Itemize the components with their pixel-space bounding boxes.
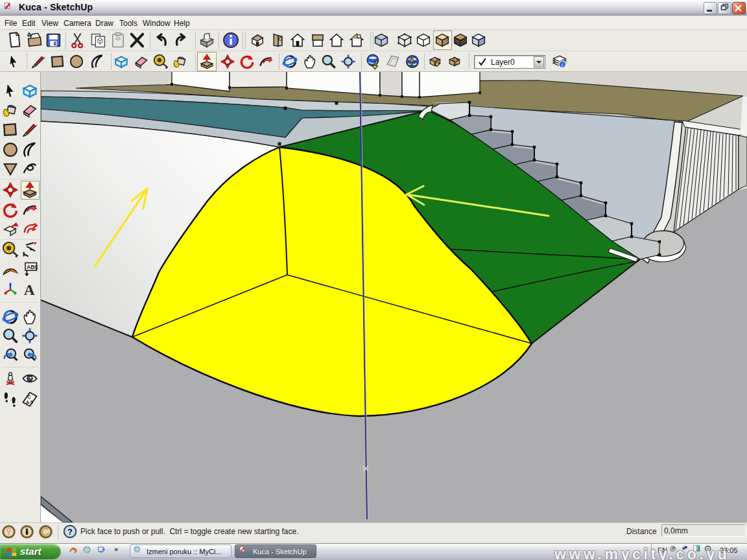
svg-text:A: A <box>24 281 35 298</box>
svg-text:A-5: A-5 <box>26 400 33 404</box>
svg-text:ABC: ABC <box>27 264 38 270</box>
svg-text:C: C <box>28 395 31 399</box>
svg-text:?: ? <box>67 527 73 537</box>
